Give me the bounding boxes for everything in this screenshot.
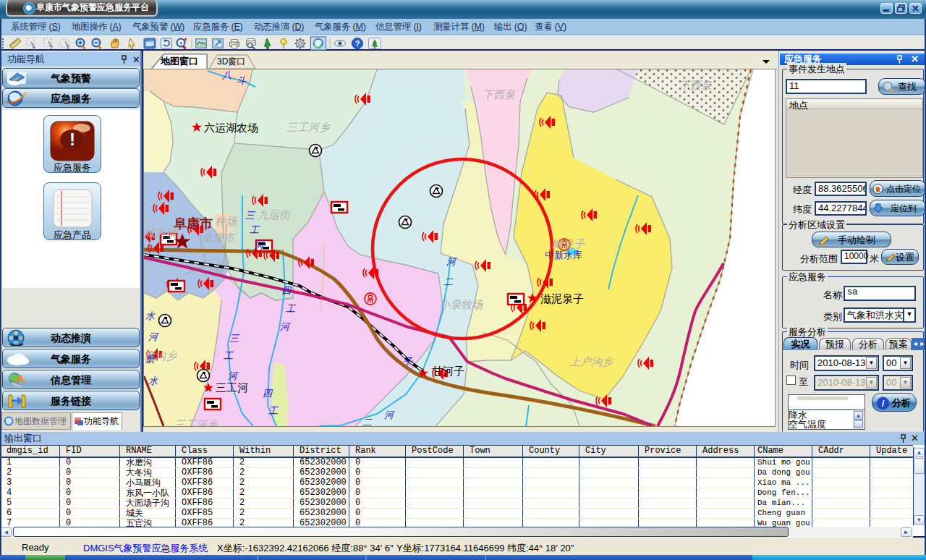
- svg-text:水: 水: [148, 376, 158, 386]
- svg-text:二: 二: [443, 276, 454, 287]
- svg-text:六运湖农场: 六运湖农场: [204, 122, 258, 134]
- svg-text:下西泉: 下西泉: [679, 79, 712, 91]
- svg-text:阜康市: 阜康市: [174, 216, 213, 231]
- svg-text:种场: 种场: [215, 215, 237, 227]
- svg-text:工: 工: [286, 303, 296, 314]
- svg-text:甘河子: 甘河子: [432, 365, 464, 377]
- svg-text:子: 子: [403, 356, 413, 367]
- svg-text:水: 水: [145, 310, 156, 321]
- svg-text:小泉牧场: 小泉牧场: [439, 298, 483, 310]
- svg-text:阜康市: 阜康市: [202, 232, 236, 244]
- svg-text:上户沟乡: 上户沟乡: [569, 355, 613, 368]
- svg-text:!: !: [69, 130, 75, 149]
- svg-text:工: 工: [268, 405, 279, 416]
- svg-text:工: 工: [224, 350, 234, 361]
- svg-text:磨: 磨: [145, 354, 156, 365]
- svg-text:河: 河: [384, 410, 395, 420]
- svg-text:河: 河: [254, 240, 265, 251]
- svg-text:河: 河: [148, 331, 159, 342]
- svg-text:河: 河: [280, 321, 291, 332]
- svg-text:滋泥泉子: 滋泥泉子: [540, 292, 584, 305]
- svg-text:三工河: 三工河: [216, 381, 248, 394]
- svg-text:四: 四: [281, 285, 292, 296]
- svg-text:三工河乡: 三工河乡: [286, 121, 331, 133]
- svg-text:城关镇: 城关镇: [144, 226, 178, 239]
- svg-text:三: 三: [245, 210, 256, 221]
- svg-text:?: ?: [179, 41, 183, 47]
- svg-text:中新水库: 中新水库: [545, 250, 582, 260]
- svg-text:河: 河: [446, 256, 457, 267]
- svg-text:斗: 斗: [237, 75, 247, 86]
- svg-text:八: 八: [221, 69, 232, 80]
- svg-text:三: 三: [229, 333, 240, 344]
- svg-text:?: ?: [355, 39, 360, 48]
- svg-text:工: 工: [250, 224, 260, 235]
- svg-text:二: 二: [362, 417, 373, 426]
- svg-text:四: 四: [263, 388, 273, 399]
- svg-text:下西泉: 下西泉: [483, 88, 515, 101]
- svg-text:幽泉子: 幽泉子: [552, 237, 585, 250]
- svg-text:河: 河: [228, 370, 239, 381]
- svg-text:九运街: 九运街: [258, 208, 292, 221]
- svg-text:三工河乡: 三工河乡: [174, 418, 218, 426]
